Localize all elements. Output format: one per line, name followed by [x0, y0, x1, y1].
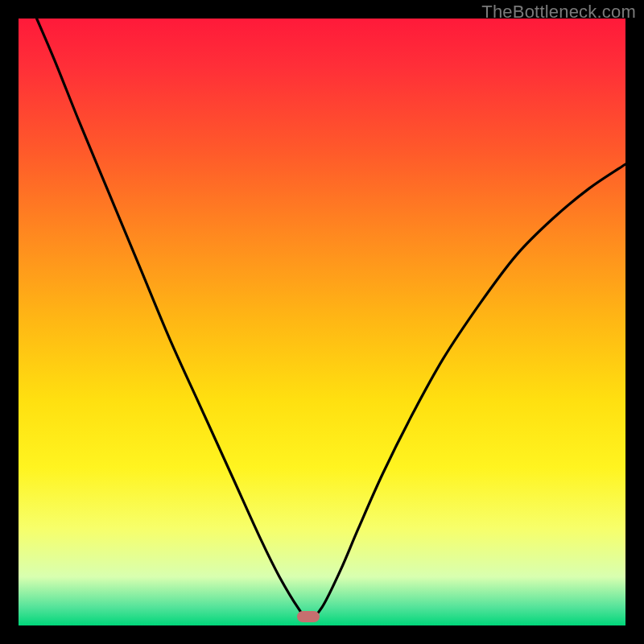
- plot-area: [19, 19, 625, 625]
- bottleneck-curve: [19, 19, 625, 625]
- minimum-marker: [297, 611, 320, 622]
- chart-frame: TheBottleneck.com: [0, 0, 644, 644]
- watermark-text: TheBottleneck.com: [481, 2, 636, 23]
